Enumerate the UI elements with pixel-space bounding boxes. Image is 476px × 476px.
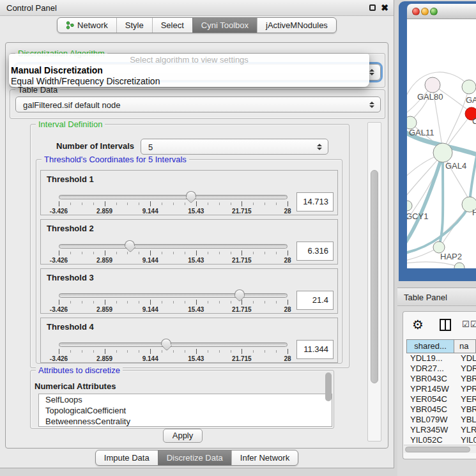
tab-impute-data[interactable]: Impute Data	[96, 450, 158, 465]
label-ga: GA	[466, 95, 476, 105]
bottom-tab-bar: Impute Data Discretize Data Infer Networ…	[0, 450, 394, 466]
list-scrollbar[interactable]	[325, 372, 332, 401]
column-header-name[interactable]: na	[454, 339, 476, 353]
table-row[interactable]: YDR27... YDR2	[406, 364, 476, 374]
cell-name[interactable]: YER0	[454, 394, 476, 404]
algorithm-option-manual[interactable]: Manual Discretization	[11, 65, 103, 75]
cell-name[interactable]: YBL0	[454, 415, 476, 425]
panel-scrollbar[interactable]	[367, 122, 381, 441]
threshold-3-value-field[interactable]: 21.4	[296, 291, 334, 310]
threshold-panel-1: Threshold 1 -3.4262.8599.14415.4321.7152…	[40, 170, 338, 215]
table-row[interactable]: YBR043C YBR0	[406, 374, 476, 384]
checkbox-icon[interactable]: ☑	[470, 319, 476, 329]
cell-shared-name[interactable]: YBL079W	[406, 415, 454, 425]
cell-name[interactable]: YBR0	[454, 404, 476, 415]
attributes-group: Attributes to discretize Numerical Attri…	[30, 370, 334, 429]
number-of-intervals-label: Number of Intervals	[56, 141, 134, 151]
table-horizontal-scrollbar[interactable]	[404, 445, 476, 453]
node-ga[interactable]	[462, 80, 476, 94]
label-gcy1: GCY1	[407, 211, 428, 221]
float-window-icon[interactable]	[369, 4, 376, 11]
algorithm-hint-option[interactable]: Select algorithm to view settings	[9, 55, 369, 65]
threshold-3-slider[interactable]: -3.4262.8599.14415.4321.71528	[59, 289, 288, 315]
table-header-row: shared... na	[406, 339, 476, 353]
checkbox-icon[interactable]: ☑	[462, 319, 470, 329]
control-panel-titlebar: Control Panel ✖	[0, 0, 394, 16]
node-gcy1[interactable]	[407, 201, 412, 211]
numerical-attributes-list[interactable]: SelfLoopsTopologicalCoefficientBetweenne…	[38, 394, 332, 427]
cell-shared-name[interactable]: YDL19...	[406, 353, 454, 364]
threshold-2-value-field[interactable]: 6.316	[296, 242, 334, 261]
cell-shared-name[interactable]: YIL052C	[406, 435, 454, 445]
slider-tick-labels: -3.4262.8599.14415.4321.71528	[59, 208, 288, 215]
list-item[interactable]: SelfLoops	[39, 394, 332, 405]
number-of-intervals-combobox[interactable]: 5	[141, 139, 328, 155]
cell-name[interactable]: YBR0	[454, 374, 476, 384]
table-row[interactable]: YLR345W YLR3	[406, 425, 476, 435]
threshold-4-label: Threshold 4	[47, 322, 94, 332]
table-row[interactable]: YBR045C YBR0	[406, 404, 476, 415]
list-item[interactable]: BetweennessCentrality	[39, 416, 332, 427]
slider-tick-labels: -3.4262.8599.14415.4321.71528	[59, 257, 288, 265]
tab-discretize-data[interactable]: Discretize Data	[158, 450, 231, 465]
slider-track[interactable]	[59, 244, 288, 249]
zoom-traffic-light-icon[interactable]	[430, 8, 438, 15]
threshold-2-slider[interactable]: -3.4262.8599.14415.4321.71528	[59, 240, 288, 266]
slider-thumb[interactable]	[186, 191, 196, 197]
tab-jactivemnodules[interactable]: jActiveMNodules	[257, 18, 336, 33]
slider-thumb[interactable]	[161, 339, 171, 345]
slider-track[interactable]	[59, 342, 288, 347]
cell-name[interactable]: YLR3	[454, 425, 476, 435]
cell-shared-name[interactable]: YLR345W	[406, 425, 454, 435]
cell-name[interactable]: YPR1	[454, 384, 476, 394]
minimize-traffic-light-icon[interactable]	[421, 8, 429, 15]
slider-track[interactable]	[59, 293, 288, 298]
node-gal80[interactable]	[425, 77, 440, 93]
tab-cyni-toolbox[interactable]: Cyni Toolbox	[192, 18, 257, 33]
cell-shared-name[interactable]: YDR27...	[406, 364, 454, 374]
slider-thumb[interactable]	[125, 240, 135, 247]
table-row[interactable]: YBL079W YBL0	[406, 415, 476, 425]
node-gal11[interactable]	[407, 116, 417, 129]
node-bottom[interactable]	[454, 263, 464, 268]
table-row[interactable]: YDL19... YDL1	[406, 353, 476, 364]
cell-shared-name[interactable]: YBR043C	[406, 374, 454, 384]
interval-definition-group: Interval Definition Number of Intervals …	[30, 124, 349, 368]
column-layout-icon[interactable]	[440, 319, 451, 331]
panel-scrollbar-thumb[interactable]	[371, 170, 378, 383]
threshold-4-value-field[interactable]: 11.344	[296, 340, 334, 359]
tab-select[interactable]: Select	[152, 18, 192, 33]
cell-shared-name[interactable]: YER054C	[406, 394, 454, 404]
apply-button[interactable]: Apply	[163, 429, 203, 443]
table-scrollbar-thumb[interactable]	[405, 447, 470, 452]
algorithm-option-equal-width[interactable]: Equal Width/Frequency Discretization	[11, 76, 160, 86]
cell-name[interactable]: YDL1	[454, 353, 476, 364]
slider-thumb[interactable]	[234, 289, 245, 296]
gear-icon[interactable]: ⚙	[412, 317, 424, 332]
tab-infer-network[interactable]: Infer Network	[231, 450, 298, 465]
table-row[interactable]: YPR145W YPR1	[406, 384, 476, 394]
table-panel-header: Table Panel	[397, 288, 476, 306]
column-header-shared-name[interactable]: shared...	[406, 339, 454, 353]
network-window-titlebar[interactable]	[407, 4, 476, 19]
close-traffic-light-icon[interactable]	[412, 8, 420, 15]
cell-name[interactable]: YDR2	[454, 364, 476, 374]
threshold-1-slider[interactable]: -3.4262.8599.14415.4321.71528	[59, 191, 288, 217]
close-icon[interactable]: ✖	[381, 3, 388, 13]
cell-shared-name[interactable]: YBR045C	[406, 404, 454, 415]
tab-style[interactable]: Style	[116, 18, 152, 33]
list-item[interactable]: TopologicalCoefficient	[39, 405, 332, 416]
tab-network[interactable]: Network	[58, 18, 116, 33]
network-view-window: GAL80 GA C GAL11 GAL4 H GCY1 HAP2	[399, 1, 476, 281]
node-gal4[interactable]	[433, 143, 452, 162]
cell-name[interactable]: YIL0	[454, 435, 476, 445]
network-canvas[interactable]: GAL80 GA C GAL11 GAL4 H GCY1 HAP2	[407, 19, 476, 268]
slider-track[interactable]	[59, 195, 288, 199]
table-row[interactable]: YER054C YER0	[406, 394, 476, 404]
table-data-combobox[interactable]: galFiltered.sif default node	[15, 96, 381, 112]
cell-shared-name[interactable]: YPR145W	[406, 384, 454, 394]
threshold-1-value-field[interactable]: 14.713	[296, 192, 334, 211]
table-row[interactable]: YIL052C YIL0	[406, 435, 476, 445]
threshold-4-slider[interactable]: -3.4262.8599.14415.4321.71528	[59, 339, 288, 364]
top-tab-bar: Network Style Select Cyni Toolbox jActiv…	[0, 17, 394, 33]
